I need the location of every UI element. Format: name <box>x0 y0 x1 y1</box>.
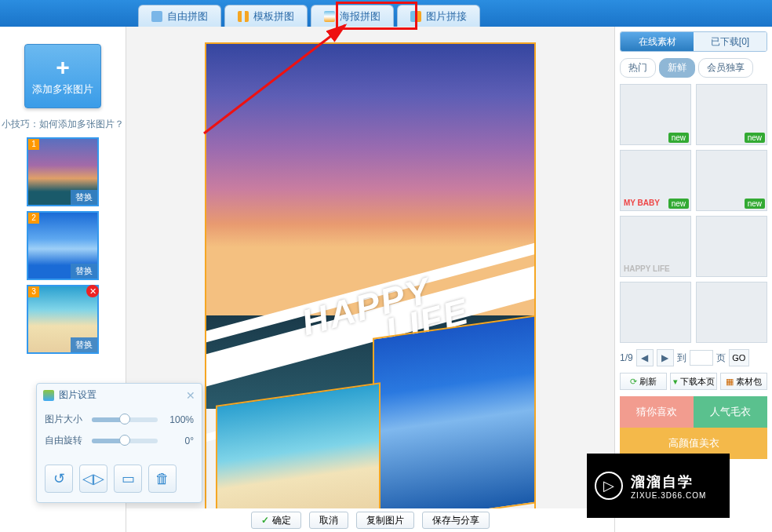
ok-button[interactable]: ✓ 确定 <box>251 512 301 529</box>
flip-v-icon: ▭ <box>122 470 135 487</box>
cancel-button[interactable]: 取消 <box>309 512 348 529</box>
size-value: 100% <box>162 414 194 425</box>
image-settings-panel: 图片设置 ✕ 图片大小 100% 自由旋转 0° ↺ ◁▷ ▭ 🗑 <box>36 383 202 503</box>
add-images-button[interactable]: + 添加多张图片 <box>24 44 101 108</box>
thumbnail-1[interactable]: 1 替换 <box>27 137 99 206</box>
tab-label: 自由拼图 <box>167 9 208 24</box>
watermark-title: 溜溜自学 <box>631 472 706 491</box>
joint-icon <box>410 11 421 22</box>
tab-free-collage[interactable]: 自由拼图 <box>138 5 221 27</box>
rotate-ccw-button[interactable]: ↺ <box>45 465 73 493</box>
rotate-ccw-icon: ↺ <box>53 470 65 487</box>
filter-hot[interactable]: 热门 <box>620 58 656 78</box>
flip-vertical-button[interactable]: ▭ <box>114 465 142 493</box>
poster-icon <box>324 11 335 22</box>
canvas-bottom-bar: ✓ 确定 取消 复制图片 保存与分享 <box>126 508 614 532</box>
check-icon: ✓ <box>261 515 269 526</box>
template-item[interactable] <box>620 282 691 343</box>
template-item[interactable]: MY BABY new <box>620 150 691 211</box>
copy-image-button[interactable]: 复制图片 <box>356 512 414 529</box>
tab-label: 图片拼接 <box>426 9 467 24</box>
thumbnail-3[interactable]: 3 ✕ 替换 <box>27 285 99 354</box>
settings-buttons: ↺ ◁▷ ▭ 🗑 <box>37 458 202 502</box>
tab-label: 模板拼图 <box>253 9 294 24</box>
close-icon[interactable]: ✕ <box>186 389 195 402</box>
poster-preview[interactable]: HAPPY LIFE <box>205 42 536 513</box>
promo-popular-sweater[interactable]: 人气毛衣 <box>694 396 767 428</box>
thumb-badge: 3 <box>28 286 39 297</box>
refresh-icon: ⟳ <box>630 377 637 387</box>
rotate-slider-row: 自由旋转 0° <box>45 434 194 447</box>
grid-icon <box>151 11 162 22</box>
top-tab-bar: 自由拼图 模板拼图 海报拼图 图片拼接 <box>0 0 772 27</box>
template-item[interactable] <box>696 216 767 277</box>
replace-button[interactable]: 替换 <box>71 190 97 205</box>
thumb-badge: 2 <box>28 213 39 224</box>
rotate-label: 自由旋转 <box>45 434 87 447</box>
template-item[interactable]: HAPPY LIFE <box>620 216 691 277</box>
page-prev-button[interactable]: ◀ <box>636 349 654 366</box>
filter-fresh[interactable]: 新鲜 <box>659 58 695 78</box>
template-item[interactable]: new <box>696 84 767 145</box>
template-item[interactable]: new <box>620 84 691 145</box>
settings-header: 图片设置 ✕ <box>37 384 202 406</box>
size-slider-row: 图片大小 100% <box>45 413 194 426</box>
watermark-overlay: ▷ 溜溜自学 ZIXUE.3D66.COM <box>587 454 730 518</box>
trash-icon: 🗑 <box>155 471 169 487</box>
tip-link[interactable]: 小技巧：如何添加多张图片？ <box>0 118 126 131</box>
download-icon: ▾ <box>673 377 678 387</box>
save-share-button[interactable]: 保存与分享 <box>422 512 490 529</box>
page-input[interactable] <box>690 350 713 366</box>
promo-guess-you-like[interactable]: 猜你喜欢 <box>620 396 694 428</box>
tab-poster-collage[interactable]: 海报拼图 <box>311 5 394 27</box>
replace-button[interactable]: 替换 <box>71 264 97 279</box>
settings-title: 图片设置 <box>59 388 96 402</box>
template-icon <box>238 11 249 22</box>
page-go-button[interactable]: GO <box>729 349 749 366</box>
tab-image-joint[interactable]: 图片拼接 <box>397 5 480 27</box>
thumb-badge: 1 <box>28 139 39 150</box>
material-tabs: 在线素材 已下载[0] <box>620 31 767 52</box>
play-icon: ▷ <box>595 472 623 500</box>
rotate-slider[interactable] <box>92 439 158 443</box>
flip-horizontal-button[interactable]: ◁▷ <box>79 465 107 493</box>
slider-handle[interactable] <box>119 414 130 425</box>
watermark-url: ZIXUE.3D66.COM <box>631 491 706 500</box>
flip-h-icon: ◁▷ <box>82 470 104 487</box>
poster-subimage-ocean[interactable] <box>373 315 536 513</box>
material-pack-button[interactable]: ▦ 素材包 <box>720 373 767 390</box>
package-icon: ▦ <box>726 377 734 387</box>
tab-online-material[interactable]: 在线素材 <box>621 32 694 51</box>
add-images-label: 添加多张图片 <box>32 82 93 97</box>
template-pager: 1/9 ◀ ▶ 到 页 GO <box>620 349 767 366</box>
refresh-button[interactable]: ⟳ 刷新 <box>620 373 667 390</box>
page-next-button[interactable]: ▶ <box>657 349 674 366</box>
rotate-value: 0° <box>162 435 194 446</box>
tab-label: 海报拼图 <box>340 9 381 24</box>
thumbnail-2[interactable]: 2 替换 <box>27 211 99 280</box>
delete-button[interactable]: 🗑 <box>148 465 177 493</box>
material-actions: ⟳ 刷新 ▾ 下载本页 ▦ 素材包 <box>620 373 767 390</box>
page-indicator: 1/9 <box>620 352 633 363</box>
image-icon <box>43 390 54 401</box>
template-grid: new new MY BABY new new HAPPY LIFE <box>620 84 767 343</box>
promo-banner[interactable]: 猜你喜欢 人气毛衣 高颜值美衣 <box>620 396 767 459</box>
size-label: 图片大小 <box>45 413 87 426</box>
size-slider[interactable] <box>92 417 158 422</box>
close-icon[interactable]: ✕ <box>86 285 99 297</box>
plus-icon: + <box>56 56 70 79</box>
template-item[interactable]: new <box>696 150 767 211</box>
replace-button[interactable]: 替换 <box>71 337 97 352</box>
tab-template-collage[interactable]: 模板拼图 <box>224 5 308 27</box>
tab-downloaded[interactable]: 已下载[0] <box>694 32 767 51</box>
slider-handle[interactable] <box>119 435 130 446</box>
poster-subimage-beach[interactable] <box>216 382 381 513</box>
material-filter-row: 热门 新鲜 会员独享 <box>620 58 767 78</box>
template-item[interactable] <box>696 282 767 343</box>
download-page-button[interactable]: ▾ 下载本页 <box>670 373 717 390</box>
filter-vip[interactable]: 会员独享 <box>698 58 753 78</box>
